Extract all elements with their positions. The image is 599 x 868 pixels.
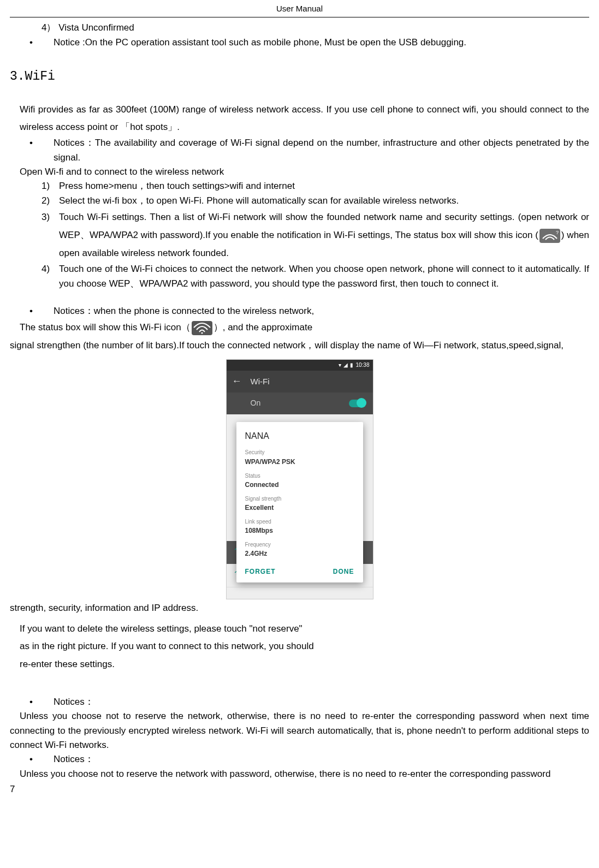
wifi-intro: Wifi provides as far as 300feet (100M) r… [20, 101, 589, 136]
wifi-list-item[interactable] [227, 587, 373, 599]
wifi-status-icon: ▾ [339, 361, 341, 370]
step-4: 4) Touch one of the Wi-Fi choices to con… [41, 262, 589, 291]
battery-icon: ▮ [350, 361, 353, 370]
phone-statusbar: ▾ ◢ ▮ 10:38 [227, 360, 373, 371]
on-label: On [251, 397, 261, 409]
step-text: Press home>menu，then touch settings>wifi… [59, 179, 589, 193]
dialog-status-value: Connected [245, 480, 354, 490]
step-number: 1) [41, 179, 59, 193]
svg-text:?: ? [556, 230, 559, 235]
phone-appbar: ← Wi-Fi [227, 371, 373, 393]
dialog-freq-value: 2.4GHz [245, 549, 354, 559]
step-text: Touch one of the Wi-Fi choices to connec… [59, 262, 589, 291]
phone-frame: ▾ ◢ ▮ 10:38 ← Wi-Fi On 360WiFi-VC 360WiF… [226, 359, 373, 599]
dialog-network-name: NANA [245, 430, 354, 443]
bullet-icon: • [26, 304, 54, 318]
page-number: 7 [10, 782, 589, 796]
appbar-title: Wi-Fi [251, 375, 270, 388]
bullet-notice-connected: • Notices：when the phone is connected to… [26, 304, 589, 318]
wifi-toggle-switch[interactable] [349, 400, 365, 407]
done-button[interactable]: DONE [333, 567, 354, 577]
header-rule [10, 17, 589, 17]
notices-label: Notices： [54, 695, 94, 709]
line-vista: 4） Vista Unconfirmed [41, 21, 589, 35]
open-wifi-line: Open Wi-fi and to connect to the wireles… [20, 165, 589, 179]
dialog-security-value: WPA/WPA2 PSK [245, 457, 354, 467]
notices-paragraph-1: Unless you choose not to reserve the net… [20, 709, 589, 752]
status-line-b: ）, and the approximate [213, 322, 312, 332]
signal-strengthen-line: signal strengthen (the number of lit bar… [10, 337, 589, 354]
step-number: 3) [41, 208, 59, 262]
bullet-notices-2: • Notices： [26, 752, 589, 766]
bullet-notice-availability: • Notices：The availability and coverage … [26, 136, 589, 165]
dialog-security-label: Security [245, 448, 354, 457]
dialog-link-label: Link speed [245, 518, 354, 526]
wifi-icon [192, 321, 212, 335]
bullet-notices-1: • Notices： [26, 695, 589, 709]
notice-availability-text: Notices：The availability and coverage of… [54, 136, 589, 165]
delete-settings-block: If you want to delete the wireless setti… [20, 620, 315, 673]
back-arrow-icon[interactable]: ← [232, 374, 242, 389]
step-2: 2) Select the wi-fi box，to open Wi-Fi. P… [41, 194, 589, 208]
notices-paragraph-2: Unless you choose not to reserve the net… [20, 767, 589, 781]
dialog-signal-value: Excellent [245, 503, 354, 513]
step-3-part-a: Touch Wi-Fi settings. Then a list of Wi-… [59, 212, 589, 240]
wifi-question-icon: ? [539, 229, 560, 243]
forget-button[interactable]: FORGET [245, 567, 276, 577]
statusbar-time: 10:38 [355, 361, 369, 370]
dialog-signal-label: Signal strength [245, 495, 354, 503]
step-3: 3) Touch Wi-Fi settings. Then a list of … [41, 208, 589, 262]
bullet-icon: • [26, 695, 54, 709]
page-header: User Manual [10, 0, 589, 17]
step-text: Select the wi-fi box，to open Wi-Fi. Phon… [59, 194, 589, 208]
phone-screenshot: ▾ ◢ ▮ 10:38 ← Wi-Fi On 360WiFi-VC 360WiF… [10, 359, 589, 599]
signal-icon: ◢ [343, 361, 348, 370]
notice-usb-text: Notice :On the PC operation assistant to… [54, 35, 466, 50]
bullet-icon: • [26, 752, 54, 766]
step-number: 2) [41, 194, 59, 208]
step-1: 1) Press home>menu，then touch settings>w… [41, 179, 589, 193]
bullet-notice-usb: • Notice :On the PC operation assistant … [26, 35, 589, 50]
notice-connected-text: Notices：when the phone is connected to t… [54, 304, 314, 318]
status-line-a: The status box will show this Wi-Fi icon… [20, 322, 191, 332]
bullet-icon: • [26, 136, 54, 165]
dialog-link-value: 108Mbps [245, 526, 354, 536]
strength-line: strength, security, information and IP a… [10, 599, 589, 617]
section-title-wifi: 3.WiFi [10, 67, 589, 87]
step-number: 4) [41, 262, 59, 291]
dialog-status-label: Status [245, 472, 354, 480]
dialog-freq-label: Frequency [245, 540, 354, 549]
bullet-icon: • [26, 35, 54, 50]
wifi-details-dialog: NANA Security WPA/WPA2 PSK Status Connec… [236, 422, 363, 582]
wifi-on-row: On [227, 393, 373, 414]
status-box-line: The status box will show this Wi-Fi icon… [20, 318, 589, 337]
notices-label: Notices： [54, 752, 94, 766]
step-text: Touch Wi-Fi settings. Then a list of Wi-… [59, 208, 589, 262]
svg-point-1 [201, 332, 203, 334]
